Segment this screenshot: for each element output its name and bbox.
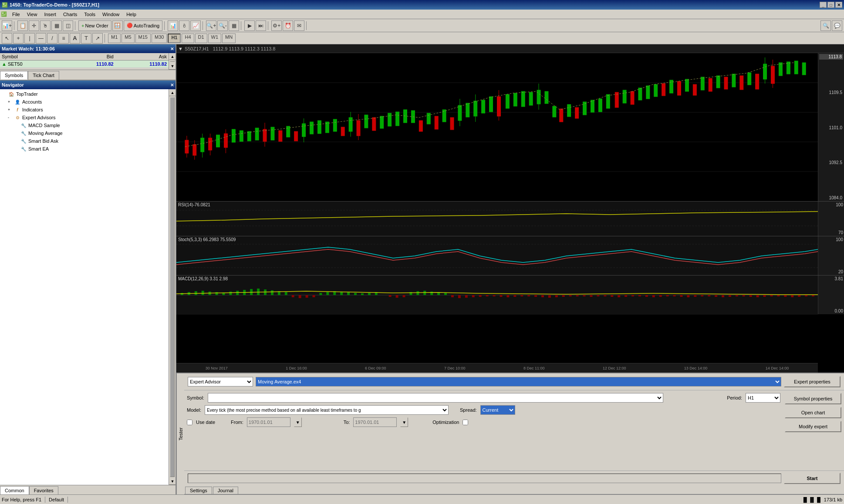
hline-btn[interactable]: — bbox=[36, 33, 46, 44]
from-date-input[interactable] bbox=[247, 417, 290, 427]
minimize-button[interactable]: _ bbox=[820, 2, 827, 8]
tf-d1[interactable]: D1 bbox=[195, 34, 207, 43]
chart-bar-btn[interactable]: 📊 bbox=[168, 20, 178, 31]
nav-scrollbar[interactable]: ▲ ▼ bbox=[169, 89, 176, 485]
tester-type-select[interactable]: Expert Advisor bbox=[188, 377, 253, 386]
menu-help[interactable]: Help bbox=[123, 11, 140, 18]
tf-h4[interactable]: H4 bbox=[182, 34, 194, 43]
nav-scroll-down[interactable]: ▼ bbox=[169, 478, 176, 485]
equidistant-btn[interactable]: ≡ bbox=[58, 33, 69, 44]
close-button[interactable]: ✕ bbox=[835, 2, 842, 8]
chart-line-btn[interactable]: 📈 bbox=[190, 20, 201, 31]
mw-tab-tickchart[interactable]: Tick Chart bbox=[28, 71, 59, 80]
nav-item-expert-advisors[interactable]: - ⚙ Expert Advisors bbox=[1, 114, 168, 121]
terminal-btn[interactable]: 🪟 bbox=[112, 20, 123, 31]
profiles-btn[interactable]: 📋 bbox=[17, 20, 28, 31]
tf-m15[interactable]: M15 bbox=[135, 34, 151, 43]
nav-scroll-thumb[interactable] bbox=[170, 97, 175, 477]
to-date-btn[interactable]: ▼ bbox=[400, 417, 408, 427]
chat-btn[interactable]: 💬 bbox=[832, 20, 842, 31]
tester-ea-select[interactable]: Moving Average.ex4 bbox=[256, 377, 781, 386]
cursor-btn[interactable]: ↖ bbox=[2, 33, 12, 44]
tf-w1[interactable]: W1 bbox=[208, 34, 222, 43]
tester-tab-journal[interactable]: Journal bbox=[213, 487, 238, 494]
chart-canvas[interactable]: 1113.8 1109.5 1101.0 1092.5 1084.0 bbox=[176, 53, 844, 373]
nav-item-smartea[interactable]: 🔧 Smart EA bbox=[1, 145, 168, 153]
nav-item-ma[interactable]: 🔧 Moving Average bbox=[1, 129, 168, 137]
auto-trading-btn[interactable]: 🔴 AutoTrading bbox=[124, 20, 163, 31]
optimization-checkbox[interactable] bbox=[463, 420, 468, 425]
menu-file[interactable]: File bbox=[9, 11, 24, 18]
mw-scrollbar[interactable]: ▲ ▼ bbox=[169, 53, 176, 70]
symbol-properties-btn[interactable]: Symbol properties bbox=[785, 393, 841, 404]
crosshair-btn[interactable]: ✛ bbox=[29, 20, 39, 31]
tf-mn[interactable]: MN bbox=[222, 34, 236, 43]
trendline-btn[interactable]: / bbox=[47, 33, 57, 44]
svg-rect-187 bbox=[736, 295, 738, 296]
to-date-input[interactable] bbox=[353, 417, 397, 427]
tf-m5[interactable]: M5 bbox=[122, 34, 134, 43]
open-chart-btn[interactable]: Open chart bbox=[785, 407, 841, 418]
mw-row-set50[interactable]: ▲ SET50 1110.82 1110.82 bbox=[0, 60, 169, 68]
mw-tab-symbols[interactable]: Symbols bbox=[0, 71, 28, 80]
zoom-in-btn[interactable]: 🔍+ bbox=[206, 20, 216, 31]
zoom-out-btn[interactable]: 🔍- bbox=[217, 20, 228, 31]
svg-rect-158 bbox=[534, 295, 537, 297]
chart-scroll-btn[interactable]: 🖱 bbox=[40, 20, 51, 31]
menu-view[interactable]: View bbox=[24, 11, 41, 18]
tester-side-label[interactable]: Tester bbox=[176, 373, 184, 494]
mw-scroll-down[interactable]: ▼ bbox=[169, 63, 176, 70]
tester-tab-settings[interactable]: Settings bbox=[185, 487, 212, 494]
email-btn[interactable]: ✉ bbox=[294, 20, 304, 31]
mw-scroll-up[interactable]: ▲ bbox=[169, 53, 176, 60]
market-watch-close[interactable]: ✕ bbox=[170, 47, 174, 51]
chart-shift-btn[interactable]: ▦ bbox=[51, 20, 62, 31]
play-btn[interactable]: ▶ bbox=[244, 20, 255, 31]
timer-btn[interactable]: ⏰ bbox=[283, 20, 293, 31]
svg-rect-160 bbox=[548, 295, 551, 298]
tf-m30[interactable]: M30 bbox=[152, 34, 167, 43]
crosshair2-btn[interactable]: + bbox=[13, 33, 24, 44]
text-btn[interactable]: A bbox=[70, 33, 80, 44]
use-date-checkbox[interactable] bbox=[187, 420, 192, 425]
nav-item-smartbid[interactable]: 🔧 Smart Bid Ask bbox=[1, 137, 168, 145]
step-btn[interactable]: ⏭ bbox=[256, 20, 266, 31]
nav-tab-favorites[interactable]: Favorites bbox=[29, 486, 58, 494]
from-date-btn[interactable]: ▼ bbox=[294, 417, 302, 427]
tester-symbol-select[interactable] bbox=[208, 393, 663, 403]
tester-model-select[interactable]: Every tick (the most precise method base… bbox=[205, 405, 449, 415]
svg-rect-194 bbox=[784, 295, 787, 297]
tester-start-btn[interactable]: Start bbox=[784, 473, 841, 484]
menu-charts[interactable]: Charts bbox=[60, 11, 81, 18]
nav-scroll-up[interactable]: ▲ bbox=[169, 89, 176, 96]
search-btn[interactable]: 🔍 bbox=[820, 20, 831, 31]
mw-scroll-thumb[interactable] bbox=[170, 61, 175, 62]
modify-expert-btn[interactable]: Modify expert bbox=[785, 421, 841, 432]
menu-window[interactable]: Window bbox=[99, 11, 123, 18]
chart-candle-btn[interactable]: 🕯 bbox=[179, 20, 189, 31]
expert-properties-btn[interactable]: Expert properties bbox=[784, 376, 841, 387]
arrow-btn[interactable]: ↗ bbox=[92, 33, 103, 44]
new-order-btn[interactable]: + New Order bbox=[78, 20, 111, 31]
new-chart-btn[interactable]: 📊+ bbox=[2, 20, 12, 31]
maximize-button[interactable]: □ bbox=[827, 2, 834, 8]
nav-item-toptrader[interactable]: 🏠 TopTrader bbox=[1, 90, 168, 98]
nav-item-accounts[interactable]: + 👤 Accounts bbox=[1, 98, 168, 106]
nav-tab-common[interactable]: Common bbox=[0, 486, 29, 494]
vline-btn[interactable]: | bbox=[24, 33, 35, 44]
nav-item-indicators[interactable]: + f Indicators bbox=[1, 106, 168, 114]
experts-btn[interactable]: ⚙+ bbox=[271, 20, 282, 31]
tester-period-select[interactable]: H1 M1M5M15M30 H4D1W1MN bbox=[746, 393, 780, 403]
tf-h1[interactable]: H1 bbox=[168, 34, 181, 43]
menu-tools[interactable]: Tools bbox=[81, 11, 99, 18]
navigator-close[interactable]: ✕ bbox=[170, 83, 174, 87]
properties-btn[interactable]: ▦ bbox=[229, 20, 239, 31]
nav-label-toptrader: TopTrader bbox=[16, 91, 38, 97]
menu-insert[interactable]: Insert bbox=[41, 11, 60, 18]
nav-item-macd[interactable]: 🔧 MACD Sample bbox=[1, 121, 168, 129]
label-btn[interactable]: T bbox=[81, 33, 91, 44]
svg-rect-188 bbox=[743, 295, 745, 296]
chart-auto-scroll-btn[interactable]: ◫ bbox=[63, 20, 73, 31]
tf-m1[interactable]: M1 bbox=[108, 34, 121, 43]
tester-spread-select[interactable]: Current 0510 bbox=[480, 405, 515, 415]
